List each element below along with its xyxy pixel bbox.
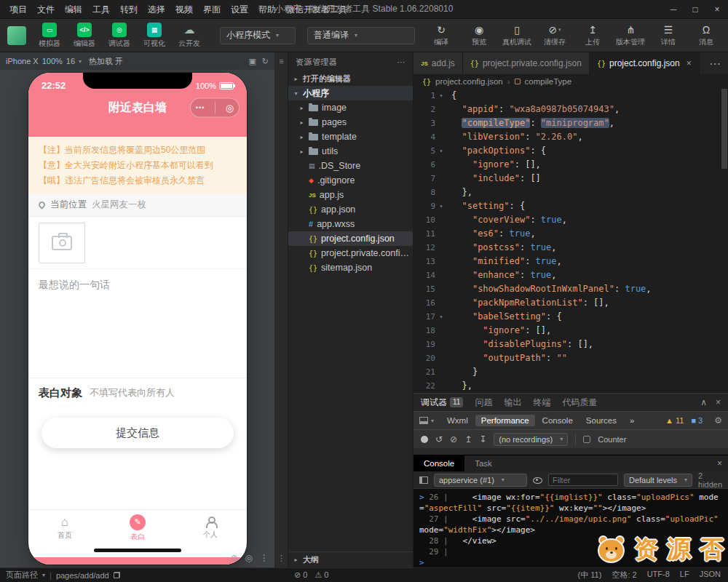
menu-item[interactable]: 界面 bbox=[198, 0, 226, 19]
toolbar-toggle[interactable]: ▦可视化 bbox=[138, 23, 170, 49]
avatar[interactable] bbox=[7, 26, 26, 45]
menu-icon[interactable]: ≡ bbox=[275, 57, 288, 65]
file-item[interactable]: ▸▤.DS_Store bbox=[288, 159, 413, 173]
menu-item[interactable]: 转到 bbox=[115, 0, 143, 19]
message-button[interactable]: Ω消息 bbox=[687, 23, 725, 47]
submit-button[interactable]: 提交信息 bbox=[41, 418, 234, 448]
fold-icon[interactable]: ▾ bbox=[437, 144, 446, 158]
zoom-icon[interactable]: ⊕ bbox=[230, 553, 237, 563]
more-icon[interactable]: ⋮ bbox=[260, 553, 269, 563]
dock-icon[interactable] bbox=[419, 417, 428, 424]
console-tab[interactable]: Task bbox=[464, 455, 502, 471]
editor-tab[interactable]: JSadd.js bbox=[414, 52, 463, 74]
target-input[interactable]: 不填写代表向所有人 bbox=[90, 386, 175, 399]
file-item[interactable]: ▸{}app.json bbox=[288, 202, 413, 217]
page-path-label[interactable]: 页面路径 bbox=[6, 570, 38, 581]
upload-button[interactable]: ↥上传 bbox=[574, 23, 612, 47]
fold-icon[interactable]: ▾ bbox=[437, 199, 446, 213]
file-item[interactable]: ▸utils bbox=[288, 144, 413, 159]
warning-count[interactable]: ▲ 11 bbox=[665, 416, 684, 425]
screenshot-icon[interactable]: ▣ bbox=[248, 57, 256, 66]
more-actions-icon[interactable]: ⋯ bbox=[397, 57, 406, 67]
file-item[interactable]: ▸◆.gitignore bbox=[288, 173, 413, 188]
close-tab-icon[interactable]: × bbox=[687, 58, 692, 68]
details-button[interactable]: ☰详情 bbox=[649, 23, 687, 47]
version-button[interactable]: ⋔版本管理 bbox=[612, 23, 649, 47]
console-output[interactable]: > 26 | <image wx:for="{{imglist}}" class… bbox=[414, 489, 728, 567]
editor-tab[interactable]: {}project.config.json× bbox=[590, 52, 700, 74]
file-item[interactable]: ▸#app.wxss bbox=[288, 217, 413, 231]
more-icon[interactable]: ⋮ bbox=[275, 554, 288, 563]
panel-tab[interactable]: 问题 bbox=[475, 396, 492, 409]
tabbar-item[interactable]: 个人 bbox=[174, 510, 247, 546]
problems-indicator[interactable]: ⊘ 0 ⚠ 0 bbox=[294, 570, 328, 580]
file-item[interactable]: ▸{}project.private.config.json bbox=[288, 246, 413, 260]
status-item[interactable]: UTF-8 bbox=[647, 570, 670, 581]
menu-item[interactable]: 设置 bbox=[226, 0, 253, 19]
file-item[interactable]: ▸{}project.config.json bbox=[288, 231, 413, 246]
preview-button[interactable]: ◉预览 bbox=[460, 23, 498, 47]
toolbar-toggle[interactable]: ☁云开发 bbox=[173, 23, 205, 49]
eye-icon[interactable] bbox=[533, 475, 542, 485]
close-button[interactable]: × bbox=[706, 0, 728, 19]
project-root[interactable]: ▾ 小程序 bbox=[288, 86, 413, 100]
menu-item[interactable]: 项目 bbox=[4, 0, 32, 19]
compile-button[interactable]: ↻编译 bbox=[422, 23, 460, 47]
counter-checkbox[interactable] bbox=[583, 436, 590, 443]
console-prompt[interactable]: > bbox=[419, 557, 722, 567]
breadcrumb[interactable]: {} project.config.json › compileType bbox=[414, 74, 728, 89]
console-tab[interactable]: Console bbox=[414, 455, 464, 471]
clear-icon[interactable]: ⊘ bbox=[450, 434, 457, 445]
menu-item[interactable]: 工具 bbox=[87, 0, 115, 19]
status-item[interactable]: JSON bbox=[700, 570, 721, 581]
file-item[interactable]: ▸image bbox=[288, 100, 413, 115]
location-row[interactable]: 当前位置 火星网友一枚 bbox=[28, 194, 247, 217]
panel-tab[interactable]: 输出 bbox=[504, 396, 521, 409]
devtools-tab[interactable]: Console bbox=[537, 415, 579, 426]
record-button[interactable] bbox=[421, 436, 428, 443]
minimize-button[interactable]: ─ bbox=[662, 0, 684, 19]
status-item[interactable]: (中 11) bbox=[578, 570, 602, 581]
menu-item[interactable]: 选择 bbox=[143, 0, 170, 19]
editor-more-icon[interactable]: ⋯ bbox=[702, 57, 728, 71]
reload-record-icon[interactable]: ↺ bbox=[435, 434, 443, 445]
load-profile-icon[interactable]: ↥ bbox=[464, 434, 472, 445]
devtools-tab[interactable]: Wxml bbox=[441, 415, 474, 426]
compile-mode-select[interactable]: 普通编译▾ bbox=[307, 27, 415, 44]
recordings-select[interactable]: (no recordings)▾ bbox=[494, 433, 568, 446]
mode-select[interactable]: 小程序模式▾ bbox=[220, 27, 296, 44]
panel-tab[interactable]: 代码质量 bbox=[562, 396, 597, 409]
open-editors-section[interactable]: ▸ 打开的编辑器 bbox=[288, 71, 413, 86]
close-icon[interactable]: × bbox=[716, 397, 721, 407]
copy-icon[interactable] bbox=[114, 572, 120, 578]
more-menu-icon[interactable]: ••• bbox=[196, 98, 205, 118]
save-profile-icon[interactable]: ↧ bbox=[479, 434, 486, 445]
tabbar-item[interactable]: ✎表白 bbox=[101, 510, 174, 546]
editor-tab[interactable]: {}project.private.config.json bbox=[463, 52, 590, 74]
sidebar-toggle-icon[interactable] bbox=[419, 477, 428, 484]
file-item[interactable]: ▸JSapp.js bbox=[288, 188, 413, 202]
maximize-button[interactable]: □ bbox=[684, 0, 706, 19]
refresh-icon[interactable]: ↻ bbox=[262, 57, 269, 66]
status-item[interactable]: LF bbox=[680, 570, 689, 581]
menu-item[interactable]: 视频 bbox=[170, 0, 198, 19]
toolbar-toggle[interactable]: ▭模拟器 bbox=[33, 23, 66, 49]
device-debug-button[interactable]: ▯真机调试 bbox=[498, 23, 536, 47]
collapse-icon[interactable]: ∧ bbox=[700, 397, 707, 407]
levels-select[interactable]: Default levels▾ bbox=[624, 474, 692, 487]
devtools-tab[interactable]: Sources bbox=[580, 415, 622, 426]
tabbar-item[interactable]: ⌂首页 bbox=[28, 510, 101, 546]
file-item[interactable]: ▸template bbox=[288, 129, 413, 144]
scrollbar-thumb[interactable] bbox=[721, 89, 727, 169]
toolbar-toggle[interactable]: ◎调试器 bbox=[103, 23, 135, 49]
fold-icon[interactable]: ▾ bbox=[437, 89, 446, 103]
status-item[interactable]: 空格: 2 bbox=[612, 570, 636, 581]
info-count[interactable]: ■ 3 bbox=[691, 416, 703, 425]
settings-gear-icon[interactable]: ⚙ bbox=[714, 415, 722, 426]
panel-tab[interactable]: 终端 bbox=[533, 396, 550, 409]
locate-icon[interactable]: ◎ bbox=[245, 553, 253, 563]
add-photo-button[interactable] bbox=[39, 223, 85, 263]
code-editor[interactable]: 1▾{2 "appid": "wxa8a0987b05074943",3 "co… bbox=[414, 89, 728, 393]
file-item[interactable]: ▸{}sitemap.json bbox=[288, 260, 413, 275]
devtools-tab[interactable]: Performance bbox=[475, 415, 535, 426]
